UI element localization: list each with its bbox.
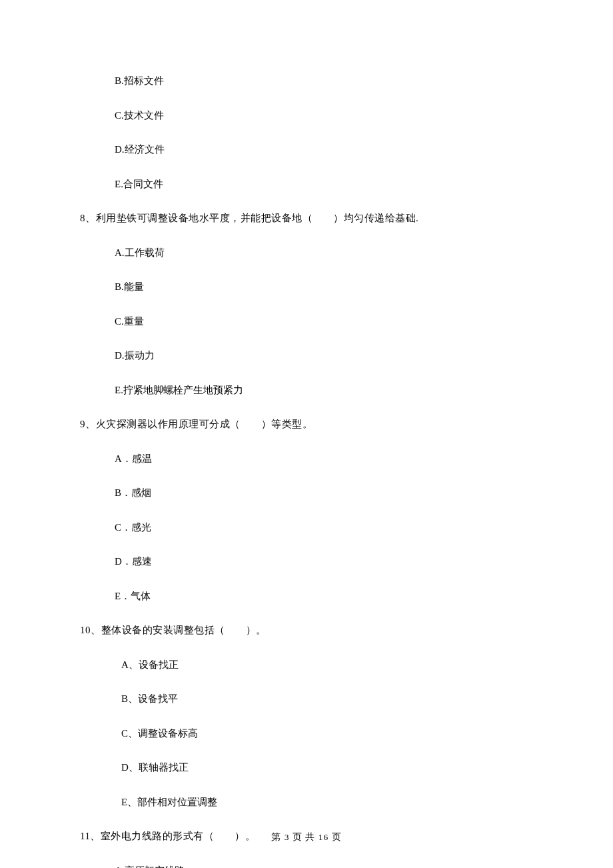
q9-option-e: E．气体 (115, 589, 533, 604)
page-footer: 第 3 页 共 16 页 (0, 831, 613, 844)
q7-option-c: C.技术文件 (115, 108, 533, 123)
q8-option-d: D.振动力 (115, 348, 533, 363)
q9-stem: 9、火灾探测器以作用原理可分成（ ）等类型。 (80, 417, 533, 432)
q10-option-b: B、设备找平 (121, 691, 533, 707)
q8-option-e: E.拧紧地脚螺栓产生地预紧力 (115, 383, 533, 398)
q7-option-d: D.经济文件 (115, 142, 533, 157)
q9-option-a: A．感温 (115, 451, 533, 467)
q8-option-c: C.重量 (115, 314, 533, 329)
q10-option-a: A、设备找正 (121, 657, 533, 673)
q8-option-b: B.能量 (115, 279, 533, 295)
q10-option-c: C、调整设备标高 (121, 726, 533, 741)
q7-option-b: B.招标文件 (115, 73, 533, 89)
q9-option-b: B．感烟 (115, 485, 533, 501)
q8-stem: 8、利用垫铁可调整设备地水平度，并能把设备地（ ）均匀传递给基础. (80, 211, 533, 226)
q9-option-d: D．感速 (115, 554, 533, 569)
q7-option-e: E.合同文件 (115, 177, 533, 192)
q8-option-a: A.工作载荷 (115, 245, 533, 261)
q11-option-a: A.高压架空线路 (115, 863, 533, 869)
q10-stem: 10、整体设备的安装调整包括（ ）。 (80, 623, 533, 638)
q10-option-d: D、联轴器找正 (121, 760, 533, 775)
q10-option-e: E、部件相对位置调整 (121, 795, 533, 810)
document-body: B.招标文件 C.技术文件 D.经济文件 E.合同文件 8、利用垫铁可调整设备地… (0, 0, 613, 868)
q9-option-c: C．感光 (115, 520, 533, 535)
